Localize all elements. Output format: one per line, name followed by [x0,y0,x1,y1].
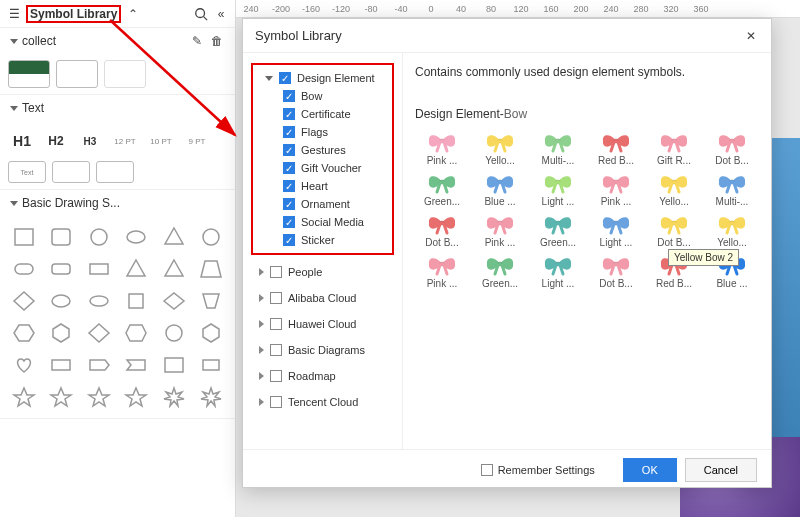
symbol-item[interactable]: Pink ... [589,170,643,207]
shape-item[interactable] [196,224,228,250]
symbol-item[interactable]: Dot B... [415,211,469,248]
shape-item[interactable] [83,384,115,410]
shape-item[interactable] [121,352,153,378]
shape-item[interactable] [196,384,228,410]
chevron-up-icon[interactable]: ⌃ [125,6,141,22]
checkbox[interactable]: ✓ [283,144,295,156]
shape-item[interactable] [46,224,78,250]
shape-item[interactable] [121,256,153,282]
symbol-item[interactable]: Red B... [589,129,643,166]
tree-item[interactable]: Roadmap [251,367,394,385]
shape-item[interactable] [121,288,153,314]
tree-item[interactable]: Huawei Cloud [251,315,394,333]
section-text-header[interactable]: Text [0,95,235,121]
symbol-item[interactable]: Light ... [589,211,643,248]
shape-item[interactable] [158,256,190,282]
shape-item[interactable] [46,288,78,314]
text-preset[interactable]: 10 PT [146,127,176,155]
shape-item[interactable] [121,224,153,250]
ok-button[interactable]: OK [623,458,677,482]
shape-item[interactable] [83,352,115,378]
checkbox[interactable] [270,318,282,330]
tree-item[interactable]: People [251,263,394,281]
symbol-item[interactable]: Green... [531,211,585,248]
tree-item-design-element[interactable]: ✓ Design Element [257,69,388,87]
symbol-item[interactable]: Yello... [705,211,759,248]
remember-settings[interactable]: Remember Settings [481,464,595,476]
text-preset[interactable]: H3 [76,127,104,155]
symbol-item[interactable]: Dot B... [589,252,643,289]
shape-item[interactable] [121,320,153,346]
checkbox[interactable]: ✓ [283,180,295,192]
shape-item[interactable] [158,320,190,346]
search-icon[interactable] [193,6,209,22]
shape-item[interactable] [121,384,153,410]
text-sample[interactable]: Text [8,161,46,183]
shape-item[interactable] [8,352,40,378]
checkbox[interactable]: ✓ [283,216,295,228]
shape-item[interactable] [158,224,190,250]
tree-item[interactable]: ✓Social Media [257,213,388,231]
shape-item[interactable] [158,352,190,378]
tree-item[interactable]: ✓Gestures [257,141,388,159]
collect-item[interactable] [104,60,146,88]
checkbox[interactable]: ✓ [283,108,295,120]
checkbox[interactable] [270,370,282,382]
shape-item[interactable] [83,256,115,282]
symbol-item[interactable]: Yello... [647,170,701,207]
shape-item[interactable] [83,288,115,314]
checkbox[interactable]: ✓ [283,126,295,138]
shape-item[interactable] [196,288,228,314]
tree-item[interactable]: Basic Diagrams [251,341,394,359]
checkbox[interactable] [270,396,282,408]
shape-item[interactable] [83,320,115,346]
symbol-item[interactable]: Light ... [531,170,585,207]
symbol-item[interactable]: Pink ... [473,211,527,248]
section-shapes-header[interactable]: Basic Drawing S... [0,190,235,216]
tree-item[interactable]: ✓Flags [257,123,388,141]
symbol-item[interactable]: Light ... [531,252,585,289]
trash-icon[interactable]: 🗑 [209,33,225,49]
shape-item[interactable] [46,384,78,410]
shape-item[interactable] [8,256,40,282]
collapse-icon[interactable]: « [213,6,229,22]
shape-item[interactable] [8,288,40,314]
tree-item[interactable]: ✓Certificate [257,105,388,123]
symbol-item[interactable]: Green... [473,252,527,289]
tree-item[interactable]: ✓Ornament [257,195,388,213]
checkbox[interactable] [481,464,493,476]
checkbox[interactable]: ✓ [279,72,291,84]
symbol-item[interactable]: Blue ... [473,170,527,207]
shape-item[interactable] [158,288,190,314]
cancel-button[interactable]: Cancel [685,458,757,482]
checkbox[interactable]: ✓ [283,198,295,210]
collect-item[interactable] [8,60,50,88]
symbol-item[interactable]: Green... [415,170,469,207]
tree-item[interactable]: Alibaba Cloud [251,289,394,307]
shape-item[interactable] [8,384,40,410]
checkbox[interactable] [270,292,282,304]
symbol-item[interactable]: Dot B... [705,129,759,166]
close-icon[interactable]: ✕ [743,28,759,44]
shape-item[interactable] [8,224,40,250]
checkbox[interactable]: ✓ [283,90,295,102]
symbol-library-title[interactable]: Symbol Library [26,5,121,23]
symbol-item[interactable]: Gift R... [647,129,701,166]
shape-item[interactable] [158,384,190,410]
shape-item[interactable] [8,320,40,346]
text-sample[interactable] [52,161,90,183]
symbol-item[interactable]: Pink ... [415,252,469,289]
symbol-item[interactable]: Pink ... [415,129,469,166]
shape-item[interactable] [196,256,228,282]
checkbox[interactable]: ✓ [283,162,295,174]
text-preset[interactable]: H2 [42,127,70,155]
text-preset[interactable]: 12 PT [110,127,140,155]
shape-item[interactable] [46,256,78,282]
checkbox[interactable] [270,344,282,356]
shape-item[interactable] [196,320,228,346]
shape-item[interactable] [46,352,78,378]
tree-item[interactable]: Tencent Cloud [251,393,394,411]
edit-icon[interactable]: ✎ [189,33,205,49]
checkbox[interactable] [270,266,282,278]
tree-item[interactable]: ✓Bow [257,87,388,105]
